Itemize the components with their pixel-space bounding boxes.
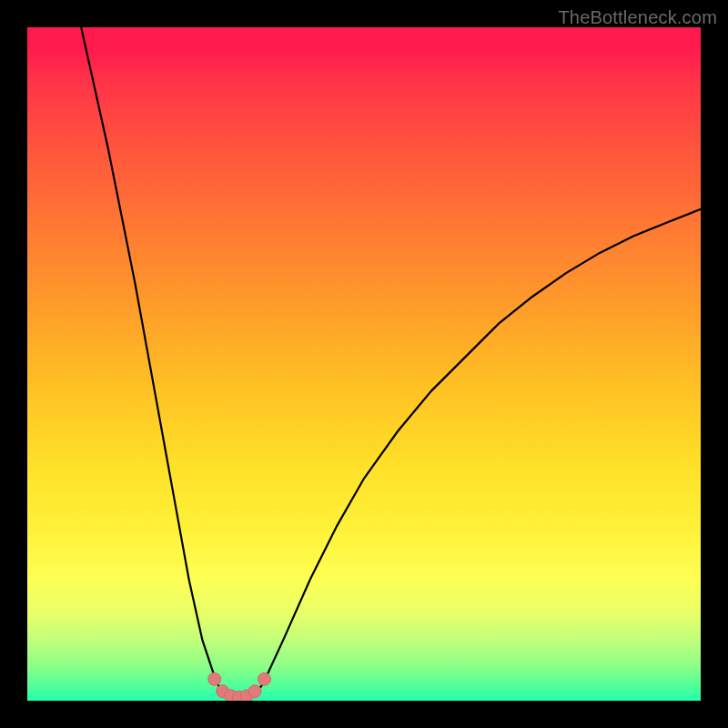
valley-marker — [248, 685, 261, 698]
curve-svg — [27, 27, 701, 701]
valley-marker — [258, 672, 270, 685]
plot-area — [27, 27, 701, 701]
v-curve — [81, 27, 701, 698]
watermark-label: TheBottleneck.com — [558, 7, 717, 28]
chart-container: TheBottleneck.com — [0, 0, 728, 728]
valley-marker — [208, 672, 221, 685]
